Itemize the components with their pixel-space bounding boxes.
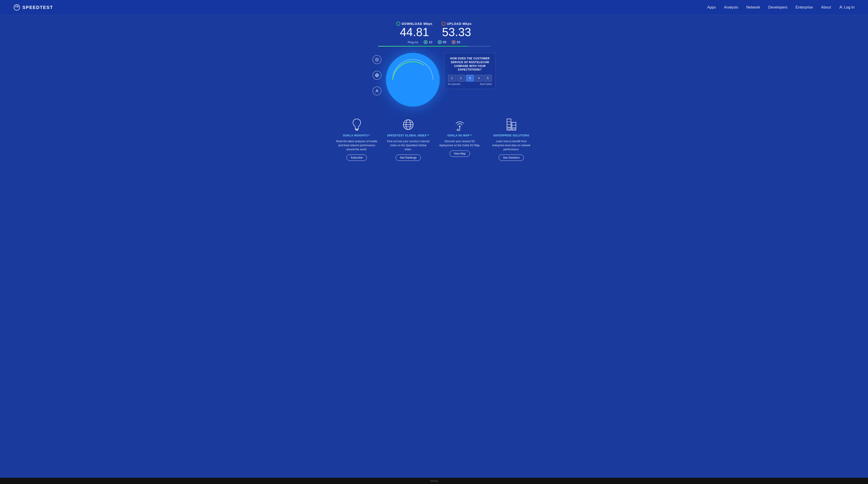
- ping-icon: ◎: [424, 40, 428, 44]
- login-label: Log In: [844, 5, 855, 10]
- feature-5g-map: 5G OOKLA 5G MAP™ Discover your nearest 5…: [439, 118, 481, 161]
- scale-label-left: As expected: [448, 83, 460, 85]
- ookla-insights-desc: Read the latest analyses of mobile and f…: [336, 139, 378, 152]
- survey-title: HOW DOES THE CUSTOMER SERVICE OF ROSTELE…: [448, 57, 492, 72]
- progress-area: [378, 46, 490, 46]
- 5g-signal-icon: 5G: [453, 118, 467, 131]
- svg-point-17: [459, 126, 461, 127]
- feature-enterprise: ENTERPRISE SOLUTIONS Learn how to benefi…: [490, 118, 533, 161]
- nav-network[interactable]: Network: [746, 5, 760, 10]
- speedometer-circle: [386, 53, 440, 107]
- survey-panel: HOW DOES THE CUSTOMER SERVICE OF ROSTELE…: [444, 53, 496, 89]
- svg-text:5G: 5G: [457, 129, 460, 131]
- download-label: ↓ DOWNLOAD Mbps: [396, 22, 432, 26]
- nav-developers[interactable]: Developers: [768, 5, 787, 10]
- download-block: ↓ DOWNLOAD Mbps 44.81: [396, 22, 432, 38]
- taskbar: Taskbar: [0, 478, 868, 484]
- results-icon[interactable]: [372, 55, 381, 64]
- download-icon: ↓: [396, 22, 400, 26]
- upload-block: ↑ UPLOAD Mbps 53.33: [441, 22, 472, 38]
- logo-text: SPEEDTEST: [23, 5, 53, 10]
- scale-btn-5[interactable]: 5: [484, 75, 492, 82]
- header: SPEEDTEST Apps Analysis Network Develope…: [0, 0, 868, 15]
- progress-bar-track: [378, 46, 490, 46]
- jitter2-value: 63: [457, 40, 460, 44]
- globe-icon[interactable]: [372, 71, 381, 80]
- upload-icon: ↑: [441, 22, 445, 26]
- scale-btn-2[interactable]: 2: [457, 75, 465, 82]
- speed-row: ↓ DOWNLOAD Mbps 44.81 ↑ UPLOAD Mbps 53.3…: [396, 22, 471, 38]
- upload-label-text: UPLOAD Mbps: [447, 22, 472, 26]
- 5g-map-button[interactable]: View Map: [450, 151, 470, 157]
- speed-results: ↓ DOWNLOAD Mbps 44.81 ↑ UPLOAD Mbps 53.3…: [378, 22, 490, 49]
- speedtest-logo-icon: [13, 4, 20, 11]
- ping-value: 10: [429, 40, 432, 44]
- feature-global-index: SPEEDTEST GLOBAL INDEX™ Find out how you…: [387, 118, 430, 161]
- features-section: OOKLA INSIGHTS™ Read the latest analyses…: [336, 118, 533, 161]
- nav-apps[interactable]: Apps: [707, 5, 716, 10]
- jitter2-icon: ◎: [452, 40, 456, 44]
- ping-row: Ping ms ◎ 10 ◎ 68 ◎ 63: [408, 40, 460, 44]
- profile-icon[interactable]: [372, 87, 381, 95]
- taskbar-label: Taskbar: [430, 480, 438, 482]
- svg-line-1: [17, 6, 18, 7]
- center-area: HOW DOES THE CUSTOMER SERVICE OF ROSTELE…: [356, 53, 513, 107]
- svg-rect-27: [508, 128, 510, 130]
- nav-enterprise[interactable]: Enterprise: [796, 5, 813, 10]
- svg-point-9: [376, 90, 378, 91]
- nav-about[interactable]: About: [821, 5, 831, 10]
- jitter2-block: ◎ 63: [452, 40, 460, 44]
- svg-rect-21: [512, 122, 516, 130]
- login-button[interactable]: Log In: [839, 5, 855, 10]
- upload-value: 53.33: [442, 26, 471, 38]
- building-icon: [505, 118, 518, 131]
- side-icons: [372, 53, 381, 95]
- enterprise-desc: Learn how to benefit from enterprise-lev…: [490, 139, 533, 152]
- download-label-text: DOWNLOAD Mbps: [402, 22, 432, 26]
- 5g-map-desc: Discover your nearest 5G deployment on t…: [439, 139, 481, 148]
- profile-svg-icon: [375, 89, 379, 93]
- scale-btn-1[interactable]: 1: [448, 75, 456, 82]
- global-index-title: SPEEDTEST GLOBAL INDEX™: [387, 134, 429, 137]
- scale-label-right: Much better: [480, 83, 492, 85]
- speedometer-svg: [386, 53, 440, 107]
- ookla-insights-title: OOKLA INSIGHTS™: [343, 134, 370, 137]
- download-value: 44.81: [400, 26, 429, 38]
- main-nav: Apps Analysis Network Developers Enterpr…: [707, 5, 855, 10]
- global-index-desc: Find out how your country's internet ran…: [387, 139, 430, 152]
- scale-btn-3[interactable]: 3: [466, 75, 474, 82]
- ping-value-block: ◎ 10: [424, 40, 432, 44]
- svg-rect-28: [513, 128, 515, 130]
- ping-label: Ping ms: [408, 40, 418, 44]
- feature-ookla-insights: OOKLA INSIGHTS™ Read the latest analyses…: [336, 118, 378, 161]
- survey-scale: 1 2 3 4 5: [448, 75, 492, 82]
- upload-label: ↑ UPLOAD Mbps: [441, 22, 472, 26]
- scale-labels: As expected Much better: [448, 83, 492, 85]
- globe-svg-icon: [375, 73, 379, 77]
- lightbulb-icon: [350, 118, 364, 131]
- jitter1-block: ◎ 68: [438, 40, 446, 44]
- results-svg-icon: [375, 58, 379, 62]
- jitter1-icon: ◎: [438, 40, 442, 44]
- globe-chart-icon: [402, 118, 415, 131]
- enterprise-button[interactable]: See Solutions: [499, 155, 524, 161]
- nav-analysis[interactable]: Analysis: [724, 5, 738, 10]
- user-icon: [839, 6, 843, 9]
- logo[interactable]: SPEEDTEST: [13, 4, 53, 11]
- global-index-button[interactable]: See Rankings: [396, 155, 421, 161]
- main-content: ↓ DOWNLOAD Mbps 44.81 ↑ UPLOAD Mbps 53.3…: [0, 15, 868, 170]
- 5g-map-title: OOKLA 5G MAP™: [447, 134, 472, 137]
- jitter1-value: 68: [443, 40, 446, 44]
- ookla-insights-button[interactable]: Subscribe: [346, 155, 367, 161]
- enterprise-title: ENTERPRISE SOLUTIONS: [493, 134, 529, 137]
- scale-btn-4[interactable]: 4: [475, 75, 483, 82]
- progress-bar-fill: [378, 46, 468, 46]
